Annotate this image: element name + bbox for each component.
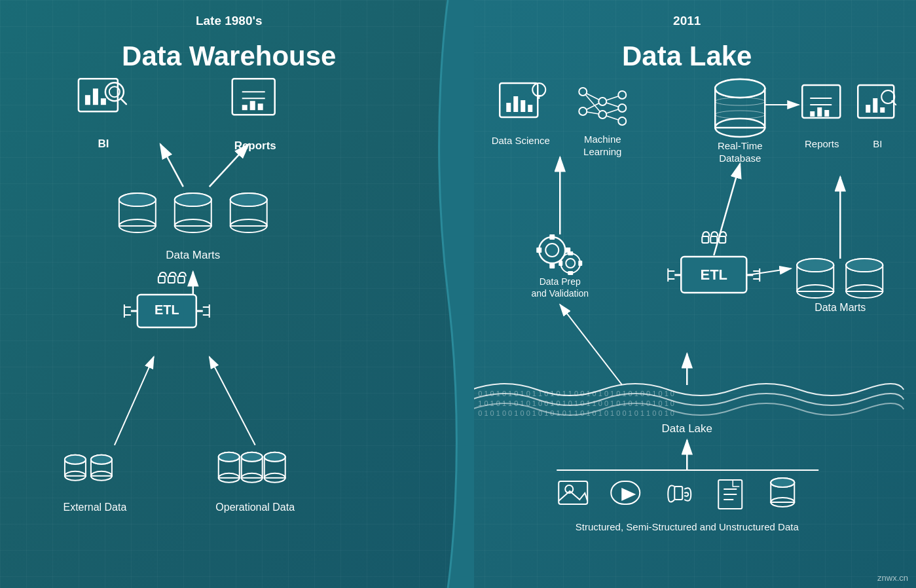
svg-point-91: [715, 79, 765, 98]
right-bi-icon: [858, 85, 896, 118]
svg-point-18: [119, 193, 156, 206]
right-panel: 2011 Data Lake Data Science: [458, 0, 917, 588]
right-reports-label: Reports: [804, 138, 839, 149]
right-dm-2: [846, 259, 883, 298]
svg-rect-12: [258, 103, 263, 110]
svg-rect-10: [242, 105, 247, 110]
svg-line-13: [160, 144, 183, 187]
data-lake-label: Data Lake: [661, 422, 712, 435]
svg-text:ETL: ETL: [700, 266, 727, 283]
svg-rect-97: [810, 111, 815, 117]
svg-text:0 1 0 1 0 0 1 0 0 1 0 1 0 1 0 : 0 1 0 1 0 0 1 0 0 1 0 1 0 1 0 1 1 0 1 0 …: [478, 409, 674, 417]
svg-point-54: [219, 452, 240, 462]
svg-rect-11: [250, 101, 255, 110]
data-marts-label: Data Marts: [166, 249, 220, 261]
svg-line-148: [560, 304, 622, 385]
db-icon-small: [771, 478, 794, 507]
external-data-icons: [65, 455, 112, 481]
svg-rect-111: [536, 248, 541, 253]
svg-rect-69: [528, 105, 532, 112]
svg-point-26: [230, 193, 267, 206]
svg-rect-116: [568, 271, 573, 275]
svg-point-86: [618, 104, 626, 112]
svg-line-42: [210, 357, 255, 445]
svg-rect-155: [674, 487, 682, 500]
svg-rect-29: [168, 276, 175, 283]
ml-label-1: Machine: [583, 134, 621, 145]
right-era-label: 2011: [673, 14, 701, 28]
svg-rect-2: [93, 88, 98, 105]
svg-line-41: [115, 357, 154, 445]
svg-rect-30: [178, 276, 185, 283]
external-data-label: External Data: [64, 502, 127, 513]
watermark: znwx.cn: [877, 573, 908, 583]
data-mart-1: [119, 193, 156, 232]
data-science-label: Data Science: [491, 135, 549, 146]
svg-point-70: [532, 83, 545, 96]
main-container: Late 1980's Data Warehouse BI: [0, 0, 916, 588]
ml-icon: [579, 88, 626, 125]
image-icon: [559, 481, 587, 504]
svg-rect-120: [710, 236, 717, 243]
svg-point-58: [242, 452, 263, 462]
data-science-icon: [500, 83, 545, 117]
svg-line-6: [120, 98, 126, 104]
realtime-db-label-2: Database: [719, 153, 761, 164]
svg-line-141: [714, 164, 740, 255]
svg-rect-101: [866, 105, 870, 113]
left-panel: Late 1980's Data Warehouse BI: [0, 0, 458, 588]
svg-point-50: [91, 455, 112, 464]
svg-rect-115: [568, 251, 573, 255]
data-mart-2: [175, 193, 211, 232]
svg-point-92: [715, 98, 765, 105]
svg-point-81: [579, 88, 587, 96]
svg-rect-109: [549, 234, 555, 240]
realtime-db-label-1: Real-Time: [717, 140, 762, 151]
data-prep-icon: [536, 234, 582, 275]
svg-marker-154: [621, 488, 636, 501]
svg-rect-67: [513, 96, 518, 112]
svg-rect-28: [158, 276, 165, 283]
svg-rect-119: [702, 236, 708, 243]
svg-point-22: [175, 193, 211, 206]
operational-data-icons: [219, 452, 285, 483]
svg-point-163: [771, 478, 794, 487]
svg-rect-151: [559, 481, 587, 504]
svg-point-108: [545, 244, 559, 257]
right-title: Data Lake: [622, 41, 752, 71]
structured-data-label: Structured, Semi-Structured and Unstruct…: [575, 521, 799, 532]
svg-rect-117: [559, 261, 562, 266]
reports-icon: [232, 79, 275, 115]
data-prep-label-1: Data Prep: [539, 276, 580, 287]
svg-point-87: [618, 117, 626, 125]
svg-point-135: [797, 259, 834, 272]
right-dm-1: [797, 259, 834, 298]
data-mart-3: [230, 193, 267, 232]
svg-point-93: [715, 111, 765, 119]
right-bi-label: BI: [873, 138, 882, 149]
video-icon: [611, 481, 640, 504]
svg-point-139: [846, 259, 883, 272]
document-icon: [718, 480, 742, 509]
svg-rect-102: [873, 98, 877, 113]
svg-rect-3: [101, 98, 106, 105]
svg-rect-118: [578, 261, 582, 266]
svg-rect-103: [880, 107, 885, 113]
bi-label: BI: [98, 138, 109, 150]
svg-rect-121: [719, 236, 725, 243]
right-etl-box: ETL: [668, 232, 760, 293]
operational-data-label: Operational Data: [215, 502, 295, 513]
svg-rect-99: [824, 110, 829, 117]
data-prep-label-2: and Validation: [531, 288, 589, 299]
right-data-marts-label: Data Marts: [815, 302, 866, 313]
svg-text:0 1 0 1 0 1 0 1 0 1 1 0 1 0 1 : 0 1 0 1 0 1 0 1 0 1 1 0 1 0 1 1 0 0 1 0 …: [478, 390, 674, 397]
svg-point-84: [598, 111, 606, 119]
svg-rect-68: [521, 100, 525, 112]
realtime-db-icon: [715, 79, 765, 137]
svg-point-114: [566, 259, 575, 268]
svg-rect-98: [817, 107, 822, 117]
svg-rect-66: [506, 103, 511, 112]
svg-rect-1: [85, 95, 90, 105]
left-title: Data Warehouse: [122, 41, 336, 71]
audio-icon: [668, 486, 691, 502]
